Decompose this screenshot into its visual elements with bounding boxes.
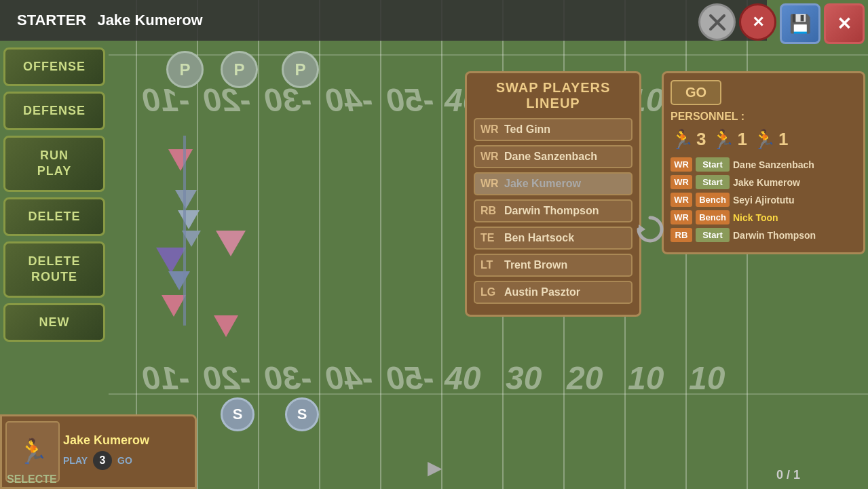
pers-pos: WR (671, 210, 692, 224)
player-marker-3[interactable] (178, 210, 200, 229)
selected-label: SELECTE (0, 470, 64, 489)
pers-name: Jake Kumerow (733, 177, 856, 188)
field-line (380, 0, 381, 489)
yard-number: -10 (143, 359, 189, 397)
save-icon: 💾 (789, 14, 811, 35)
swap-name-selected: Jake Kumerow (504, 178, 581, 190)
blocker-count: 1 (737, 129, 747, 150)
pers-name: Darwin Thompson (733, 230, 856, 241)
player-name-card: Jake Kumerow (63, 433, 191, 448)
receiver-group: 🏃 1 (753, 128, 788, 151)
yard-number: -30 (265, 359, 312, 397)
player-marker-purple[interactable] (156, 248, 186, 273)
header-title: STARTER Jake Kumerow (10, 12, 203, 29)
runner-count: 3 (696, 129, 706, 150)
yard-number: -50 (387, 359, 434, 397)
yard-number: 10 (689, 359, 725, 397)
personnel-row-3[interactable]: WR Bench Seyi Ajirotutu (671, 193, 856, 207)
yard-number: 30 (506, 359, 542, 397)
player-marker-5[interactable] (168, 271, 190, 290)
sidebar-item-defense[interactable]: DEFENSE (3, 92, 105, 130)
x-button-top[interactable]: ✕ (739, 3, 776, 41)
play-button-card[interactable]: PLAY (63, 455, 88, 466)
swap-pos: WR (480, 151, 504, 163)
starter-label: STARTER (17, 12, 86, 28)
swap-row-ben-hartsock[interactable]: TE Ben Hartsock (474, 227, 633, 250)
personnel-row-5[interactable]: RB Start Darwin Thompson (671, 228, 856, 242)
swap-row-austin-pasztor[interactable]: LG Austin Pasztor (474, 281, 633, 304)
go-button[interactable]: GO (671, 80, 721, 105)
pers-pos: RB (671, 228, 692, 242)
play-go-row: PLAY 3 GO (63, 451, 191, 470)
swap-name: Dane Sanzenbach (504, 151, 597, 163)
swap-players-panel: SWAP PLAYERSLINEUP WR Ted Ginn WR Dane S… (465, 71, 641, 317)
personnel-panel: GO PERSONNEL : 🏃 3 🏃 1 🏃 1 WR Start Dane… (662, 71, 865, 254)
yard-number: -50 (387, 81, 434, 119)
player-marker-6[interactable] (162, 295, 186, 317)
receiver-count: 1 (778, 129, 788, 150)
runner-group: 🏃 3 (671, 128, 706, 151)
field-line (258, 0, 259, 489)
pers-status-bench: Bench (696, 193, 730, 207)
svg-marker-2 (639, 224, 645, 234)
header-player-name: Jake Kumerow (97, 12, 202, 28)
swap-pos: WR (480, 178, 504, 190)
personnel-label: PERSONNEL : (671, 111, 856, 123)
yard-number: 40 (445, 359, 480, 397)
pers-pos: WR (671, 193, 692, 207)
swap-panel-title: SWAP PLAYERSLINEUP (474, 80, 633, 111)
swap-row-trent-brown[interactable]: LT Trent Brown (474, 254, 633, 277)
pers-name-nick-toon: Nick Toon (733, 212, 856, 223)
yard-number: -20 (204, 359, 250, 397)
swap-pos: TE (480, 232, 504, 244)
yard-number: -40 (326, 359, 373, 397)
top-right-buttons: ✕ 💾 ✕ (698, 3, 865, 44)
sidebar-item-delete-route[interactable]: DELETEROUTE (3, 241, 105, 298)
sidebar-item-run-play[interactable]: RUNPLAY (3, 136, 105, 192)
whistle-button[interactable] (698, 3, 736, 41)
player-marker-7[interactable] (214, 315, 238, 337)
personnel-icons: 🏃 3 🏃 1 🏃 1 (671, 128, 856, 151)
player-marker-2[interactable] (175, 190, 197, 209)
save-button[interactable]: 💾 (780, 3, 820, 44)
close-icon: ✕ (837, 14, 852, 35)
player-marker-pink[interactable] (216, 231, 246, 256)
swap-row-dane[interactable]: WR Dane Sanzenbach (474, 145, 633, 168)
pers-name: Dane Sanzenbach (733, 159, 856, 170)
bottom-arrow: ▶ (428, 456, 442, 479)
personnel-row-4[interactable]: WR Bench Nick Toon (671, 210, 856, 224)
swap-row-darwin[interactable]: RB Darwin Thompson (474, 199, 633, 222)
sidebar-item-delete[interactable]: DELETE (3, 197, 105, 236)
s-marker-2[interactable]: S (285, 397, 319, 431)
receiver-icon: 🏃 (753, 128, 776, 151)
swap-name: Darwin Thompson (504, 205, 599, 217)
personnel-row-1[interactable]: WR Start Dane Sanzenbach (671, 157, 856, 172)
blocker-group: 🏃 1 (711, 128, 747, 151)
go-button-card[interactable]: GO (117, 455, 132, 466)
pers-pos: WR (671, 175, 692, 189)
field-h-line (109, 54, 868, 56)
swap-row-jake-kumerow[interactable]: WR Jake Kumerow (474, 172, 633, 195)
swap-pos: WR (480, 123, 504, 136)
p-marker[interactable]: P (221, 51, 258, 88)
field-line (441, 0, 442, 489)
p-marker[interactable]: P (166, 51, 204, 88)
close-button[interactable]: ✕ (824, 3, 865, 44)
swap-row-ted-ginn[interactable]: WR Ted Ginn (474, 118, 633, 141)
yard-number: 20 (567, 359, 603, 397)
personnel-row-2[interactable]: WR Start Jake Kumerow (671, 175, 856, 189)
swap-name: Trent Brown (504, 259, 567, 271)
sidebar-item-offense[interactable]: OFFENSE (3, 47, 105, 86)
swap-pos: LG (480, 286, 504, 298)
swap-icon[interactable] (631, 210, 668, 248)
player-marker-1[interactable] (168, 149, 193, 171)
swap-name: Austin Pasztor (504, 286, 580, 298)
swap-pos: RB (480, 205, 504, 217)
sidebar-item-new[interactable]: NEW (3, 303, 105, 342)
swap-name: Ben Hartsock (504, 232, 574, 244)
p-marker[interactable]: P (282, 51, 319, 88)
swap-name: Ted Ginn (504, 123, 550, 136)
blocker-icon: 🏃 (711, 128, 735, 151)
bottom-counter: 0 / 1 (776, 468, 800, 482)
s-marker-1[interactable]: S (221, 397, 254, 431)
